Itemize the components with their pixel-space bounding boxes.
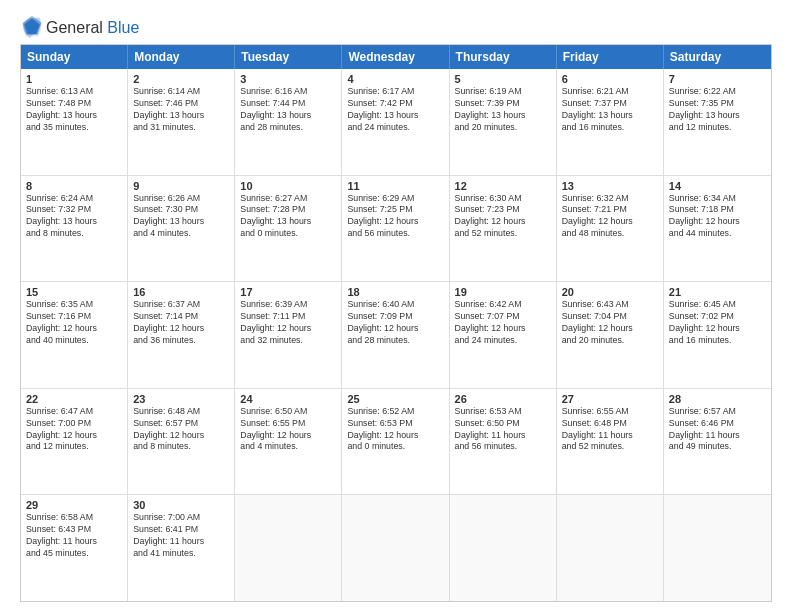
day-info: Sunrise: 6:14 AM Sunset: 7:46 PM Dayligh… — [133, 86, 229, 134]
calendar-cell — [664, 495, 771, 601]
day-number: 29 — [26, 499, 122, 511]
day-number: 25 — [347, 393, 443, 405]
day-info: Sunrise: 6:53 AM Sunset: 6:50 PM Dayligh… — [455, 406, 551, 454]
logo-text: General Blue — [46, 19, 139, 37]
calendar-cell: 26Sunrise: 6:53 AM Sunset: 6:50 PM Dayli… — [450, 389, 557, 495]
day-number: 2 — [133, 73, 229, 85]
day-number: 4 — [347, 73, 443, 85]
calendar-row: 15Sunrise: 6:35 AM Sunset: 7:16 PM Dayli… — [21, 281, 771, 388]
calendar-body: 1Sunrise: 6:13 AM Sunset: 7:48 PM Daylig… — [21, 69, 771, 601]
day-number: 21 — [669, 286, 766, 298]
day-info: Sunrise: 6:40 AM Sunset: 7:09 PM Dayligh… — [347, 299, 443, 347]
calendar-cell: 21Sunrise: 6:45 AM Sunset: 7:02 PM Dayli… — [664, 282, 771, 388]
day-number: 16 — [133, 286, 229, 298]
day-number: 9 — [133, 180, 229, 192]
calendar-cell: 28Sunrise: 6:57 AM Sunset: 6:46 PM Dayli… — [664, 389, 771, 495]
calendar-cell: 9Sunrise: 6:26 AM Sunset: 7:30 PM Daylig… — [128, 176, 235, 282]
day-info: Sunrise: 6:26 AM Sunset: 7:30 PM Dayligh… — [133, 193, 229, 241]
day-number: 3 — [240, 73, 336, 85]
day-info: Sunrise: 6:48 AM Sunset: 6:57 PM Dayligh… — [133, 406, 229, 454]
day-info: Sunrise: 6:52 AM Sunset: 6:53 PM Dayligh… — [347, 406, 443, 454]
calendar-cell: 25Sunrise: 6:52 AM Sunset: 6:53 PM Dayli… — [342, 389, 449, 495]
calendar-cell — [235, 495, 342, 601]
calendar-cell: 11Sunrise: 6:29 AM Sunset: 7:25 PM Dayli… — [342, 176, 449, 282]
calendar-cell: 19Sunrise: 6:42 AM Sunset: 7:07 PM Dayli… — [450, 282, 557, 388]
day-info: Sunrise: 6:45 AM Sunset: 7:02 PM Dayligh… — [669, 299, 766, 347]
calendar-row: 8Sunrise: 6:24 AM Sunset: 7:32 PM Daylig… — [21, 175, 771, 282]
day-number: 30 — [133, 499, 229, 511]
day-number: 24 — [240, 393, 336, 405]
day-number: 23 — [133, 393, 229, 405]
calendar-cell: 20Sunrise: 6:43 AM Sunset: 7:04 PM Dayli… — [557, 282, 664, 388]
day-info: Sunrise: 6:39 AM Sunset: 7:11 PM Dayligh… — [240, 299, 336, 347]
logo: General Blue — [20, 16, 139, 40]
calendar-header: SundayMondayTuesdayWednesdayThursdayFrid… — [21, 45, 771, 69]
day-info: Sunrise: 6:19 AM Sunset: 7:39 PM Dayligh… — [455, 86, 551, 134]
day-info: Sunrise: 6:27 AM Sunset: 7:28 PM Dayligh… — [240, 193, 336, 241]
calendar-cell: 13Sunrise: 6:32 AM Sunset: 7:21 PM Dayli… — [557, 176, 664, 282]
calendar-cell: 30Sunrise: 7:00 AM Sunset: 6:41 PM Dayli… — [128, 495, 235, 601]
calendar-cell: 1Sunrise: 6:13 AM Sunset: 7:48 PM Daylig… — [21, 69, 128, 175]
day-info: Sunrise: 6:55 AM Sunset: 6:48 PM Dayligh… — [562, 406, 658, 454]
day-number: 27 — [562, 393, 658, 405]
calendar-row: 29Sunrise: 6:58 AM Sunset: 6:43 PM Dayli… — [21, 494, 771, 601]
day-number: 28 — [669, 393, 766, 405]
day-info: Sunrise: 7:00 AM Sunset: 6:41 PM Dayligh… — [133, 512, 229, 560]
day-info: Sunrise: 6:58 AM Sunset: 6:43 PM Dayligh… — [26, 512, 122, 560]
page: General Blue SundayMondayTuesdayWednesda… — [0, 0, 792, 612]
calendar-cell: 4Sunrise: 6:17 AM Sunset: 7:42 PM Daylig… — [342, 69, 449, 175]
calendar-cell: 7Sunrise: 6:22 AM Sunset: 7:35 PM Daylig… — [664, 69, 771, 175]
calendar-row: 1Sunrise: 6:13 AM Sunset: 7:48 PM Daylig… — [21, 69, 771, 175]
calendar-cell: 29Sunrise: 6:58 AM Sunset: 6:43 PM Dayli… — [21, 495, 128, 601]
calendar-cell: 6Sunrise: 6:21 AM Sunset: 7:37 PM Daylig… — [557, 69, 664, 175]
day-number: 17 — [240, 286, 336, 298]
day-info: Sunrise: 6:42 AM Sunset: 7:07 PM Dayligh… — [455, 299, 551, 347]
calendar-cell — [450, 495, 557, 601]
header: General Blue — [20, 16, 772, 40]
calendar-cell — [342, 495, 449, 601]
weekday-header: Thursday — [450, 45, 557, 69]
calendar-cell: 23Sunrise: 6:48 AM Sunset: 6:57 PM Dayli… — [128, 389, 235, 495]
calendar-cell: 27Sunrise: 6:55 AM Sunset: 6:48 PM Dayli… — [557, 389, 664, 495]
day-number: 10 — [240, 180, 336, 192]
day-info: Sunrise: 6:43 AM Sunset: 7:04 PM Dayligh… — [562, 299, 658, 347]
calendar-cell: 10Sunrise: 6:27 AM Sunset: 7:28 PM Dayli… — [235, 176, 342, 282]
calendar-cell: 8Sunrise: 6:24 AM Sunset: 7:32 PM Daylig… — [21, 176, 128, 282]
day-number: 13 — [562, 180, 658, 192]
day-number: 1 — [26, 73, 122, 85]
day-number: 5 — [455, 73, 551, 85]
weekday-header: Friday — [557, 45, 664, 69]
calendar: SundayMondayTuesdayWednesdayThursdayFrid… — [20, 44, 772, 602]
day-number: 6 — [562, 73, 658, 85]
day-info: Sunrise: 6:16 AM Sunset: 7:44 PM Dayligh… — [240, 86, 336, 134]
calendar-cell: 24Sunrise: 6:50 AM Sunset: 6:55 PM Dayli… — [235, 389, 342, 495]
day-number: 22 — [26, 393, 122, 405]
calendar-cell: 2Sunrise: 6:14 AM Sunset: 7:46 PM Daylig… — [128, 69, 235, 175]
day-number: 14 — [669, 180, 766, 192]
day-info: Sunrise: 6:35 AM Sunset: 7:16 PM Dayligh… — [26, 299, 122, 347]
calendar-cell: 14Sunrise: 6:34 AM Sunset: 7:18 PM Dayli… — [664, 176, 771, 282]
day-info: Sunrise: 6:47 AM Sunset: 7:00 PM Dayligh… — [26, 406, 122, 454]
calendar-cell: 22Sunrise: 6:47 AM Sunset: 7:00 PM Dayli… — [21, 389, 128, 495]
day-number: 8 — [26, 180, 122, 192]
day-number: 15 — [26, 286, 122, 298]
day-number: 18 — [347, 286, 443, 298]
day-info: Sunrise: 6:32 AM Sunset: 7:21 PM Dayligh… — [562, 193, 658, 241]
logo-icon — [22, 16, 42, 40]
day-number: 20 — [562, 286, 658, 298]
calendar-cell: 18Sunrise: 6:40 AM Sunset: 7:09 PM Dayli… — [342, 282, 449, 388]
day-info: Sunrise: 6:22 AM Sunset: 7:35 PM Dayligh… — [669, 86, 766, 134]
weekday-header: Saturday — [664, 45, 771, 69]
logo-general: General — [46, 19, 103, 36]
calendar-cell: 15Sunrise: 6:35 AM Sunset: 7:16 PM Dayli… — [21, 282, 128, 388]
weekday-header: Tuesday — [235, 45, 342, 69]
day-info: Sunrise: 6:37 AM Sunset: 7:14 PM Dayligh… — [133, 299, 229, 347]
weekday-header: Sunday — [21, 45, 128, 69]
day-number: 26 — [455, 393, 551, 405]
day-info: Sunrise: 6:34 AM Sunset: 7:18 PM Dayligh… — [669, 193, 766, 241]
day-info: Sunrise: 6:57 AM Sunset: 6:46 PM Dayligh… — [669, 406, 766, 454]
day-info: Sunrise: 6:50 AM Sunset: 6:55 PM Dayligh… — [240, 406, 336, 454]
day-info: Sunrise: 6:29 AM Sunset: 7:25 PM Dayligh… — [347, 193, 443, 241]
day-info: Sunrise: 6:21 AM Sunset: 7:37 PM Dayligh… — [562, 86, 658, 134]
calendar-cell: 12Sunrise: 6:30 AM Sunset: 7:23 PM Dayli… — [450, 176, 557, 282]
